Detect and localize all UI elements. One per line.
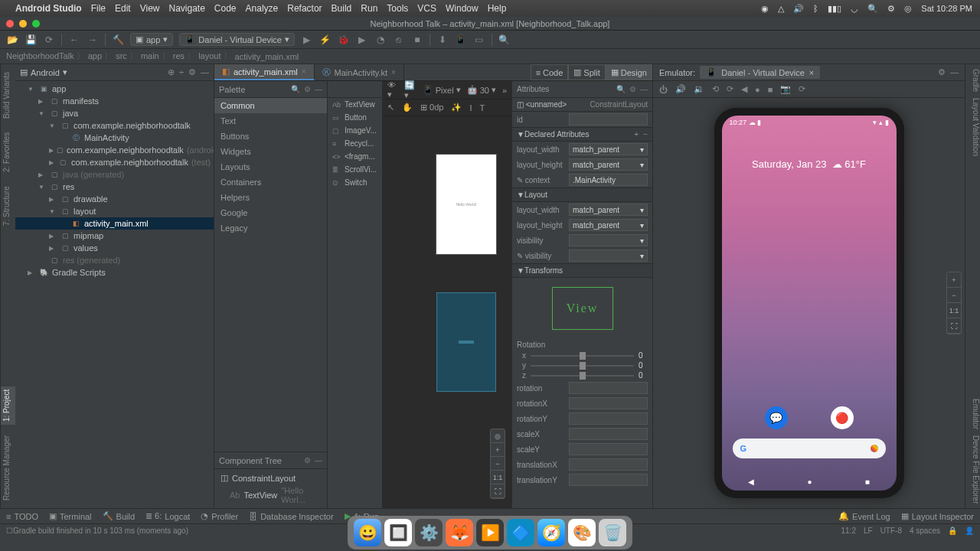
firefox-icon[interactable]: 🦊 xyxy=(446,519,473,546)
view-mode-design[interactable]: ▦ Design xyxy=(606,64,652,80)
vscode-icon[interactable]: 🔷 xyxy=(507,519,534,546)
nav-home-icon[interactable]: ● xyxy=(807,478,812,486)
collapse-icon[interactable]: ÷ xyxy=(179,67,184,77)
menu-view[interactable]: View xyxy=(140,3,160,14)
menu-run[interactable]: Run xyxy=(361,3,377,14)
rail-emulator[interactable]: Emulator xyxy=(965,399,980,429)
constraint-dp[interactable]: ⊞ 0dp xyxy=(420,103,443,112)
tool-profiler[interactable]: ◔ Profiler xyxy=(201,511,238,521)
vol-icon[interactable]: 🔊 xyxy=(793,4,804,14)
ct-root[interactable]: ◫ConstraintLayout xyxy=(214,471,327,484)
assistant-icon[interactable] xyxy=(871,445,878,452)
menu-window[interactable]: Window xyxy=(446,3,479,14)
pan-icon[interactable]: ✋ xyxy=(402,103,413,112)
eye-icon[interactable]: 👁 ▾ xyxy=(387,80,398,99)
back-icon[interactable]: ← xyxy=(68,34,80,46)
rail-favorites[interactable]: 2: Favorites xyxy=(1,129,15,175)
run-button[interactable]: ▶ xyxy=(301,34,313,46)
crumb[interactable]: src xyxy=(116,51,138,62)
attr-value[interactable]: match_parent▾ xyxy=(569,204,648,216)
trash-icon[interactable]: 🗑️ xyxy=(599,519,626,546)
rail-layout-validation[interactable]: Layout Validation xyxy=(965,98,980,156)
battery-icon[interactable]: ▮▮▯ xyxy=(828,4,841,14)
nav-back-icon[interactable]: ◀ xyxy=(748,478,754,486)
power-icon[interactable]: ⏻ xyxy=(659,85,668,94)
tool-event-log[interactable]: 🔔 Event Log xyxy=(838,511,890,521)
clock[interactable]: Sat 10:28 PM xyxy=(921,4,972,13)
menu-vcs[interactable]: VCS xyxy=(417,3,436,14)
attr-value[interactable] xyxy=(569,428,648,440)
device-picker[interactable]: 📱 Pixel ▾ xyxy=(423,85,461,95)
rail-gradle[interactable]: Gradle xyxy=(965,69,980,92)
app-icon[interactable]: 🎨 xyxy=(568,519,596,546)
zoom-fit-icon[interactable]: 1:1 xyxy=(947,303,961,318)
project-tree[interactable]: ▼▣app ▶▢manifests ▼▢java ▼▢com.example.n… xyxy=(15,81,214,508)
vcs-update-icon[interactable]: ⬇ xyxy=(436,34,449,46)
palette-group[interactable]: Layouts xyxy=(214,159,327,174)
palette-item[interactable]: ≡Recycl... xyxy=(328,137,382,150)
palette-group[interactable]: Text xyxy=(214,113,327,129)
hide-panel-icon[interactable]: — xyxy=(201,67,209,77)
palette-item[interactable]: ⊙Switch xyxy=(328,176,382,189)
attach-icon[interactable]: ⎋ xyxy=(393,34,405,46)
fwd-icon[interactable]: → xyxy=(87,34,99,46)
menu-analyze[interactable]: Analyze xyxy=(246,3,279,14)
attr-value[interactable]: match_parent▾ xyxy=(569,143,648,155)
id-input[interactable] xyxy=(569,113,648,126)
zoom-expand-icon[interactable]: ⛶ xyxy=(491,484,505,498)
apply-changes-icon[interactable]: ⚡ xyxy=(319,34,332,46)
vol-down-icon[interactable]: 🔉 xyxy=(694,84,704,94)
module-selector[interactable]: ▣ app ▾ xyxy=(130,33,173,46)
attr-value[interactable] xyxy=(569,382,648,394)
search-icon[interactable]: 🔍 xyxy=(616,85,626,93)
tab-activity-main[interactable]: ◧activity_main.xml× xyxy=(214,64,315,80)
siri-icon[interactable]: ◎ xyxy=(904,4,912,14)
reader-icon[interactable]: 👤 xyxy=(965,527,974,535)
close-tab-icon[interactable]: × xyxy=(391,68,396,77)
vol-up-icon[interactable]: 🔊 xyxy=(675,84,686,94)
design-preview[interactable]: Hello World! xyxy=(436,155,496,254)
minimize-window-button[interactable] xyxy=(19,20,27,28)
slider-x[interactable] xyxy=(531,355,634,357)
menu-navigate[interactable]: Navigate xyxy=(168,3,204,14)
hammer-icon[interactable]: 🔨 xyxy=(112,34,124,46)
rotate-left-icon[interactable]: ⟲ xyxy=(712,84,719,94)
target-icon[interactable]: ⊕ xyxy=(168,67,175,77)
reload-icon[interactable]: ⟳ xyxy=(799,84,805,94)
finder-icon[interactable]: 😀 xyxy=(354,519,381,546)
palette-group[interactable]: Widgets xyxy=(214,144,327,159)
view-mode-code[interactable]: ≡ Code xyxy=(531,64,569,80)
view-mode-split[interactable]: ▥ Split xyxy=(568,64,605,80)
rail-device-file-explorer[interactable]: Device File Explorer xyxy=(965,435,980,504)
attr-value[interactable] xyxy=(569,443,648,455)
add-attr-icon[interactable]: + xyxy=(634,130,639,139)
attr-value[interactable]: ▾ xyxy=(569,234,648,246)
palette-group[interactable]: Google xyxy=(214,205,327,220)
remove-attr-icon[interactable]: − xyxy=(643,130,648,139)
crumb[interactable]: NeighborhoodTalk xyxy=(6,51,85,62)
ct-textview[interactable]: AbTextView "Hello Worl... xyxy=(214,484,327,506)
orientation-icon[interactable]: 🔄 ▾ xyxy=(404,80,416,100)
zoom-out-icon[interactable]: − xyxy=(947,288,961,303)
gear-icon[interactable]: ⚙ xyxy=(938,67,946,77)
palette-item[interactable]: ▢ImageV... xyxy=(328,124,382,137)
zoom-fit-icon[interactable]: 1:1 xyxy=(491,471,505,484)
settings-icon[interactable]: ⚙️ xyxy=(415,519,443,546)
palette-group[interactable]: Containers xyxy=(214,174,327,190)
zoom-target-icon[interactable]: ◎ xyxy=(491,429,505,443)
tool-todo[interactable]: ≡ TODO xyxy=(6,512,38,521)
zoom-expand-icon[interactable]: ⛶ xyxy=(947,318,961,334)
menu-code[interactable]: Code xyxy=(214,3,237,14)
search-icon[interactable]: 🔍 xyxy=(291,85,300,93)
phone-screen[interactable]: 10:27 ☁ ▮ ▾▴▮ Saturday, Jan 23 ☁ 61°F 💬 … xyxy=(722,116,897,491)
spotlight-icon[interactable]: 🔍 xyxy=(867,4,878,14)
gear-icon[interactable]: ⚙ xyxy=(304,456,311,465)
gear-icon[interactable]: ⚙ xyxy=(629,85,636,93)
attr-value[interactable] xyxy=(569,474,648,486)
palette-item[interactable]: ▭Button xyxy=(328,111,382,124)
rail-structure[interactable]: 7: Structure xyxy=(1,183,15,229)
close-tab-icon[interactable]: × xyxy=(302,67,306,76)
gear-icon[interactable]: ⚙ xyxy=(304,85,311,93)
tri-icon[interactable]: △ xyxy=(778,4,784,14)
chrome-app-icon[interactable]: 🔴 xyxy=(831,406,854,429)
